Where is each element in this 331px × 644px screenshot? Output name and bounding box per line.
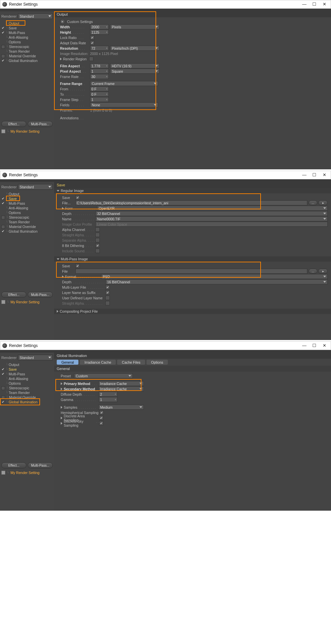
- gamma-input[interactable]: 1♦: [99, 397, 117, 402]
- diffuse-depth-input[interactable]: 2♦: [99, 392, 117, 397]
- multilayer-checkbox[interactable]: ✔: [105, 285, 110, 289]
- sidebar-item-stereoscopic[interactable]: └Stereoscopic: [0, 44, 54, 49]
- file-input[interactable]: C:\Users\Rebus_Dirk\Desktop\compression\…: [75, 200, 307, 205]
- film-aspect-input[interactable]: 1.778♦: [90, 63, 109, 68]
- sidebar-item-stereoscopic[interactable]: └Stereoscopic: [0, 386, 54, 390]
- sidebar-item-teamrender[interactable]: └Team Render: [0, 49, 54, 54]
- multipass-button[interactable]: Multi-Pass...: [28, 292, 53, 298]
- sidebar-item-gi[interactable]: ✔└Global Illumination: [0, 229, 54, 234]
- sidebar-item-multipass[interactable]: ✔└Multi-Pass: [0, 372, 54, 376]
- frame-step-input[interactable]: 1♦: [90, 97, 109, 102]
- close-icon[interactable]: ✕: [319, 342, 329, 349]
- user-layer-name-checkbox[interactable]: [105, 296, 110, 300]
- preset-row[interactable]: └ My Render Setting: [0, 299, 54, 305]
- primary-method-dropdown[interactable]: Irradiance Cache: [98, 381, 144, 386]
- width-unit-dropdown[interactable]: Pixels: [110, 24, 159, 29]
- preset-row[interactable]: └ My Render Setting: [0, 470, 54, 476]
- sidebar-item-gi[interactable]: ✔└Global Illumination: [0, 400, 54, 404]
- sidebar-item-options[interactable]: └Options: [0, 40, 54, 44]
- compositing-fold[interactable]: Compositing Project File: [54, 309, 331, 314]
- sidebar-item-output[interactable]: └Output: [0, 21, 54, 26]
- regular-image-fold[interactable]: Regular Image: [54, 188, 331, 193]
- to-input[interactable]: 0 F♦: [90, 92, 109, 97]
- multipass-button[interactable]: Multi-Pass...: [28, 121, 53, 127]
- effect-button[interactable]: Effect...: [1, 292, 26, 298]
- maximize-icon[interactable]: ☐: [309, 342, 319, 349]
- multipass-image-fold[interactable]: Multi-Pass Image: [54, 256, 331, 262]
- mp-file-arrow-icon[interactable]: ▸: [318, 269, 328, 274]
- hemispherical-checkbox[interactable]: ✔: [99, 410, 104, 415]
- alpha-checkbox[interactable]: [95, 227, 100, 232]
- effect-button[interactable]: Effect...: [1, 462, 26, 468]
- pixel-aspect-dropdown[interactable]: Square: [110, 69, 159, 74]
- tab-options[interactable]: Options: [146, 360, 168, 365]
- mp-save-checkbox[interactable]: ✔: [75, 264, 80, 268]
- fields-dropdown[interactable]: None: [90, 102, 158, 107]
- dithering-checkbox[interactable]: ✔: [95, 243, 100, 248]
- height-input[interactable]: 1125♦: [90, 30, 109, 35]
- sidebar-item-antialiasing[interactable]: └Anti-Aliasing: [0, 35, 54, 40]
- sidebar-item-teamrender[interactable]: └Team Render: [0, 390, 54, 395]
- sidebar-item-output[interactable]: └Output: [0, 362, 54, 367]
- close-icon[interactable]: ✕: [319, 0, 329, 8]
- sidebar-item-antialiasing[interactable]: └Anti-Aliasing: [0, 206, 54, 210]
- file-browse-button[interactable]: ...: [309, 200, 317, 205]
- renderer-dropdown[interactable]: Standard: [18, 184, 53, 190]
- mp-format-dropdown[interactable]: PSD: [101, 274, 328, 279]
- save-checkbox[interactable]: ✔: [75, 195, 80, 200]
- sidebar-item-materialoverride[interactable]: └Material Override: [0, 395, 54, 400]
- minimize-icon[interactable]: —: [299, 0, 309, 8]
- discrete-sky-checkbox[interactable]: ✔: [99, 421, 103, 425]
- name-dropdown[interactable]: Name0000.TIF: [95, 216, 328, 221]
- minimize-icon[interactable]: —: [299, 171, 309, 178]
- sidebar-item-options[interactable]: └Options: [0, 381, 54, 386]
- sidebar-item-materialoverride[interactable]: └Material Override: [0, 54, 54, 58]
- mp-file-input[interactable]: [75, 269, 307, 274]
- sidebar-item-options[interactable]: └Options: [0, 210, 54, 215]
- width-input[interactable]: 2000♦: [90, 24, 109, 29]
- lock-ratio-checkbox[interactable]: ✔: [90, 35, 94, 40]
- adapt-data-checkbox[interactable]: ✔: [90, 41, 94, 45]
- pixel-aspect-input[interactable]: 1♦: [90, 69, 109, 74]
- film-aspect-dropdown[interactable]: HDTV (16:9): [110, 63, 159, 68]
- tab-irradiance-cache[interactable]: Irradiance Cache: [80, 360, 116, 365]
- resolution-unit-dropdown[interactable]: Pixels/Inch (DPI): [110, 46, 159, 51]
- mp-depth-dropdown[interactable]: 16 Bit/Channel: [105, 279, 328, 284]
- discrete-area-checkbox[interactable]: ✔: [99, 416, 103, 420]
- renderer-dropdown[interactable]: Standard: [18, 13, 53, 19]
- format-dropdown[interactable]: OpenEXR: [97, 206, 328, 211]
- render-region-checkbox[interactable]: [89, 57, 93, 61]
- sidebar-item-multipass[interactable]: ✔└Multi-Pass: [0, 30, 54, 35]
- sidebar-item-output[interactable]: └Output: [0, 192, 54, 196]
- frame-range-dropdown[interactable]: Current Frame: [90, 81, 158, 86]
- mp-file-browse-button[interactable]: ...: [309, 269, 317, 274]
- samples-dropdown[interactable]: Medium: [98, 405, 144, 410]
- sidebar-item-teamrender[interactable]: └Team Render: [0, 220, 54, 224]
- close-icon[interactable]: ✕: [319, 171, 329, 178]
- multipass-button[interactable]: Multi-Pass...: [28, 462, 53, 468]
- renderer-dropdown[interactable]: Standard: [18, 355, 53, 360]
- settings-gear-icon[interactable]: [60, 19, 65, 24]
- sidebar-item-multipass[interactable]: ✔└Multi-Pass: [0, 201, 54, 206]
- file-arrow-icon[interactable]: ▸: [318, 200, 328, 205]
- tab-general[interactable]: General: [57, 360, 78, 365]
- sidebar-item-antialiasing[interactable]: └Anti-Aliasing: [0, 376, 54, 381]
- depth-dropdown[interactable]: 32 Bit/Channel: [95, 211, 328, 216]
- from-input[interactable]: 0 F♦: [90, 86, 109, 91]
- tab-cache-files[interactable]: Cache Files: [117, 360, 145, 365]
- maximize-icon[interactable]: ☐: [309, 0, 319, 8]
- maximize-icon[interactable]: ☐: [309, 171, 319, 178]
- minimize-icon[interactable]: —: [299, 342, 309, 349]
- effect-button[interactable]: Effect...: [1, 121, 26, 127]
- preset-dropdown[interactable]: Custom: [74, 373, 133, 378]
- sidebar-item-save[interactable]: ✔└Save: [0, 196, 54, 201]
- preset-row[interactable]: └ My Render Setting: [0, 128, 54, 134]
- resolution-input[interactable]: 72♦: [90, 46, 109, 51]
- layer-name-suffix-checkbox[interactable]: ✔: [105, 290, 110, 295]
- sidebar-item-save[interactable]: ✔└Save: [0, 26, 54, 30]
- sidebar-item-save[interactable]: ✔└Save: [0, 367, 54, 372]
- secondary-method-dropdown[interactable]: Irradiance Cache: [98, 386, 144, 391]
- sidebar-item-stereoscopic[interactable]: └Stereoscopic: [0, 215, 54, 220]
- frame-rate-input[interactable]: 30♦: [90, 74, 109, 79]
- sidebar-item-materialoverride[interactable]: └Material Override: [0, 224, 54, 229]
